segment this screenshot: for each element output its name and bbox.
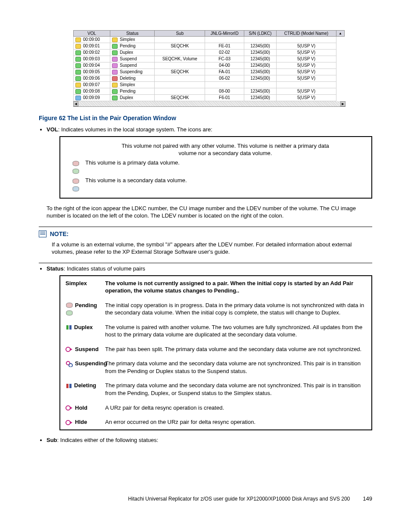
sub-bullet: Sub: Indicates either of the following s… — [47, 436, 372, 444]
status-icon — [112, 44, 118, 49]
svg-point-10 — [69, 364, 72, 367]
status-def-row: SimplexThe volume is not currently assig… — [60, 276, 371, 298]
vol-bullet-label: VOL — [47, 126, 58, 133]
pending-icon — [65, 302, 74, 317]
vol-bullet-text: : Indicates volumes in the local storage… — [58, 126, 212, 133]
vol-icon-definitions: This volume not paired with any other vo… — [59, 136, 372, 199]
status-icon — [112, 63, 118, 68]
status-def-row: HldeAn error occurred on the URz pair fo… — [60, 415, 371, 429]
divider — [39, 263, 372, 263]
status-hlde-desc: An error occurred on the URz pair for de… — [105, 418, 366, 426]
col-sub[interactable]: Sub — [155, 31, 205, 37]
vol-type-icon — [75, 83, 81, 87]
vol-type-icon — [75, 57, 81, 62]
status-pending-desc: The initial copy operation is in progres… — [105, 302, 366, 317]
status-simplex-label: Simplex — [65, 280, 105, 295]
status-suspend-label: Suspend — [65, 345, 105, 353]
table-row[interactable]: 00:09:08 Pending08-0012345(00)5(USP V) — [74, 88, 345, 95]
page-number: 149 — [363, 495, 372, 502]
col-ctrlid-model-name-[interactable]: CTRLID (Model Name) — [276, 31, 336, 37]
status-icon — [112, 83, 118, 87]
status-icon — [112, 57, 118, 62]
status-definitions: SimplexThe volume is not currently assig… — [59, 275, 372, 430]
table-row[interactable]: 00:09:07 Simplex — [74, 82, 345, 88]
sub-bullet-label: Sub — [47, 437, 57, 443]
col-s-n-ldkc-[interactable]: S/N (LDKC) — [244, 31, 277, 37]
status-def-row: DuplexThe volume is paired with another … — [60, 320, 371, 342]
pri-volume-icon — [66, 159, 85, 175]
icon-def-text: This volume is a primary data volume. — [85, 159, 365, 167]
table-row[interactable]: 00:09:00 Simplex — [74, 37, 345, 43]
vol-type-icon — [75, 76, 81, 81]
vol-type-icon — [75, 63, 81, 68]
col-jnlg-mirrorid[interactable]: JNLG-MirrorID — [205, 31, 244, 37]
note-heading: NOTE: — [50, 230, 69, 237]
status-duplex-desc: The volume is paired with another volume… — [105, 324, 366, 339]
svg-rect-6 — [66, 325, 68, 330]
status-def-row: SuspendingThe primary data volume and th… — [60, 356, 371, 378]
suspend-icon — [65, 345, 74, 353]
footer-text: Hitachi Universal Replicator for z/OS us… — [128, 496, 350, 502]
status-icon — [112, 89, 118, 94]
table-row[interactable]: 00:09:02 Duplex02-0212345(00)5(USP V) — [74, 50, 345, 56]
table-row[interactable]: 00:09:01 PendingSEQCHKFE-0112345(00)5(US… — [74, 43, 345, 50]
deleting-icon — [65, 382, 73, 389]
table-row[interactable]: 00:09:06 Deleting06-0212345(00)5(USP V) — [74, 75, 345, 82]
vol-type-icon — [75, 96, 81, 100]
note-icon — [39, 230, 47, 237]
icon-def-row: This volume is a secondary data volume. — [66, 177, 365, 193]
col-status[interactable]: Status — [110, 31, 155, 37]
status-def-row: PendingThe initial copy operation is in … — [60, 298, 371, 320]
sub-bullet-text: : Indicates either of the following stat… — [57, 437, 159, 443]
svg-rect-7 — [69, 325, 72, 330]
status-hlde-label: Hlde — [65, 418, 105, 426]
status-icon — [112, 96, 118, 100]
vol-type-icon — [75, 89, 81, 94]
scroll-left-icon[interactable]: ◄ — [73, 101, 78, 106]
status-deleting-desc: The primary data volume and the secondar… — [105, 382, 366, 397]
status-pending-label: Pending — [65, 302, 105, 317]
figure-caption: Figure 62 The List in the Pair Operation… — [39, 115, 372, 121]
status-bullet: Status: Indicates status of volume pairs… — [47, 265, 372, 430]
status-deleting-label: Deleting — [65, 382, 105, 397]
hold-icon — [65, 404, 74, 412]
svg-point-14 — [66, 420, 70, 425]
table-row[interactable]: 00:09:09 DuplexSEQCHKF6-0112345(00)5(USP… — [74, 95, 345, 101]
status-hold-label: Hold — [65, 404, 105, 412]
svg-point-13 — [66, 406, 70, 410]
page-footer: Hitachi Universal Replicator for z/OS us… — [39, 495, 372, 502]
vol-type-icon — [75, 44, 81, 49]
vol-type-icon — [75, 70, 81, 75]
icon-def-text: This volume not paired with any other vo… — [113, 142, 337, 157]
status-suspending-label: Suspending — [65, 360, 105, 375]
vol-type-icon — [75, 50, 81, 55]
vol-type-icon — [75, 37, 81, 42]
table-row[interactable]: 00:09:04 Suspend04-0012345(00)5(USP V) — [74, 62, 345, 69]
svg-rect-12 — [69, 384, 72, 388]
table-row[interactable]: 00:09:03 SuspendSEQCHK, VolumeFC-0312345… — [74, 56, 345, 62]
status-icon — [112, 76, 118, 81]
status-suspend-desc: The pair has been split. The primary dat… — [105, 345, 366, 353]
duplex-icon — [65, 324, 73, 331]
status-def-row: DeletingThe primary data volume and the … — [60, 378, 371, 400]
pair-operation-table: VOLStatusSubJNLG-MirrorIDS/N (LDKC)CTRLI… — [73, 30, 345, 101]
col-vol[interactable]: VOL — [74, 31, 110, 37]
status-icon — [112, 70, 118, 75]
divider — [39, 227, 372, 227]
icon-def-row: This volume is a primary data volume. — [66, 159, 365, 175]
svg-rect-11 — [66, 384, 68, 388]
hscrollbar[interactable]: ◄ ► — [73, 101, 346, 107]
table-row[interactable]: 00:09:05 SuspendingSEQCHKFA-0112345(00)5… — [74, 69, 345, 75]
status-def-row: HoldA URz pair for delta resync operatio… — [60, 401, 371, 415]
status-icon — [112, 50, 118, 55]
status-hold-desc: A URz pair for delta resync operation is… — [105, 404, 366, 412]
vscrollbar[interactable]: ▲ — [336, 31, 345, 37]
status-bullet-text: : Indicates status of volume pairs — [64, 265, 145, 272]
status-bullet-label: Status — [47, 265, 64, 272]
scroll-right-icon[interactable]: ► — [340, 101, 346, 106]
svg-point-8 — [66, 347, 70, 352]
icon-def-text: This volume is a secondary data volume. — [85, 177, 365, 184]
status-icon — [112, 37, 118, 42]
unpaired-volume-icon — [66, 142, 85, 143]
sec-volume-icon — [66, 177, 85, 193]
